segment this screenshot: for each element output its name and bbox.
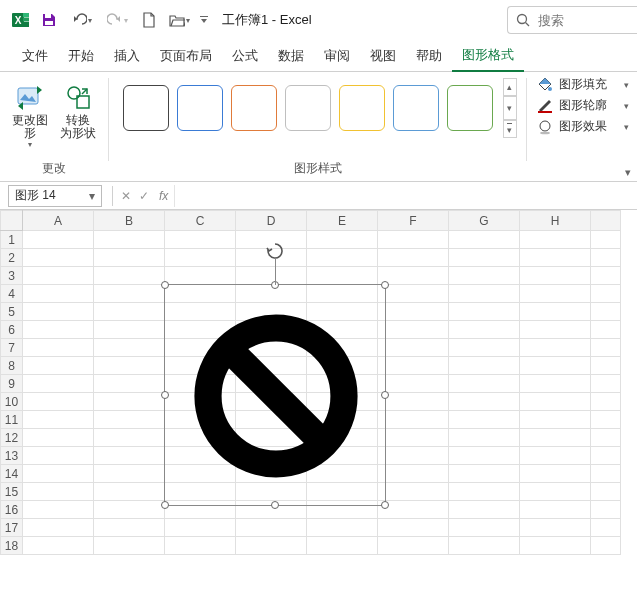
cell[interactable] bbox=[449, 285, 520, 303]
row-header-8[interactable]: 8 bbox=[1, 357, 23, 375]
cell[interactable] bbox=[94, 519, 165, 537]
gallery-down-button[interactable]: ▾ bbox=[503, 96, 517, 120]
cell[interactable] bbox=[591, 447, 621, 465]
row-header-12[interactable]: 12 bbox=[1, 429, 23, 447]
cell[interactable] bbox=[23, 411, 94, 429]
cell[interactable] bbox=[378, 447, 449, 465]
no-symbol-shape[interactable] bbox=[191, 311, 361, 481]
tab-view[interactable]: 视图 bbox=[360, 41, 406, 71]
col-header-H[interactable]: H bbox=[520, 211, 591, 231]
cell[interactable] bbox=[23, 339, 94, 357]
select-all-corner[interactable] bbox=[1, 211, 23, 231]
cell[interactable] bbox=[520, 267, 591, 285]
col-header-E[interactable]: E bbox=[307, 211, 378, 231]
redo-icon[interactable]: ▾ bbox=[100, 7, 134, 33]
cell[interactable] bbox=[94, 375, 165, 393]
resize-handle-se[interactable] bbox=[381, 501, 389, 509]
cell[interactable] bbox=[165, 537, 236, 555]
resize-handle-s[interactable] bbox=[271, 501, 279, 509]
cell[interactable] bbox=[23, 447, 94, 465]
tab-file[interactable]: 文件 bbox=[12, 41, 58, 71]
cell[interactable] bbox=[520, 429, 591, 447]
tab-insert[interactable]: 插入 bbox=[104, 41, 150, 71]
resize-handle-e[interactable] bbox=[381, 391, 389, 399]
cell[interactable] bbox=[94, 231, 165, 249]
cell[interactable] bbox=[520, 501, 591, 519]
cell[interactable] bbox=[378, 321, 449, 339]
cell[interactable] bbox=[94, 339, 165, 357]
cell[interactable] bbox=[165, 249, 236, 267]
cell[interactable] bbox=[520, 357, 591, 375]
cell[interactable] bbox=[449, 321, 520, 339]
cell[interactable] bbox=[520, 465, 591, 483]
formula-input[interactable] bbox=[174, 185, 637, 207]
cell[interactable] bbox=[378, 411, 449, 429]
undo-icon[interactable]: ▾ bbox=[64, 7, 98, 33]
cell[interactable] bbox=[23, 231, 94, 249]
cell[interactable] bbox=[520, 285, 591, 303]
tab-formulas[interactable]: 公式 bbox=[222, 41, 268, 71]
row-header-13[interactable]: 13 bbox=[1, 447, 23, 465]
rotate-handle[interactable] bbox=[265, 241, 285, 261]
row-header-4[interactable]: 4 bbox=[1, 285, 23, 303]
cell[interactable] bbox=[378, 483, 449, 501]
cell[interactable] bbox=[449, 267, 520, 285]
gallery-more-button[interactable]: ▾ bbox=[503, 120, 517, 138]
cell[interactable] bbox=[449, 303, 520, 321]
cell[interactable] bbox=[520, 375, 591, 393]
cell[interactable] bbox=[520, 411, 591, 429]
cell[interactable] bbox=[591, 429, 621, 447]
cell[interactable] bbox=[307, 231, 378, 249]
cell[interactable] bbox=[520, 519, 591, 537]
cell[interactable] bbox=[378, 465, 449, 483]
row-header-14[interactable]: 14 bbox=[1, 465, 23, 483]
cell[interactable] bbox=[94, 465, 165, 483]
search-input[interactable] bbox=[538, 13, 608, 28]
resize-handle-ne[interactable] bbox=[381, 281, 389, 289]
cell[interactable] bbox=[94, 537, 165, 555]
cell[interactable] bbox=[378, 375, 449, 393]
resize-handle-w[interactable] bbox=[161, 391, 169, 399]
cell[interactable] bbox=[449, 231, 520, 249]
gallery-up-button[interactable]: ▴ bbox=[503, 78, 517, 96]
cell[interactable] bbox=[591, 375, 621, 393]
cell[interactable] bbox=[520, 249, 591, 267]
shape-selection[interactable] bbox=[164, 284, 386, 506]
cell[interactable] bbox=[591, 537, 621, 555]
cell[interactable] bbox=[94, 429, 165, 447]
cell[interactable] bbox=[23, 501, 94, 519]
resize-handle-sw[interactable] bbox=[161, 501, 169, 509]
cell[interactable] bbox=[94, 447, 165, 465]
tab-help[interactable]: 帮助 bbox=[406, 41, 452, 71]
row-header-10[interactable]: 10 bbox=[1, 393, 23, 411]
cell[interactable] bbox=[591, 519, 621, 537]
chevron-down-icon[interactable]: ▾ bbox=[89, 189, 95, 203]
fx-label[interactable]: fx bbox=[159, 189, 168, 203]
cell[interactable] bbox=[23, 267, 94, 285]
cell[interactable] bbox=[23, 285, 94, 303]
cell[interactable] bbox=[23, 519, 94, 537]
cell[interactable] bbox=[591, 411, 621, 429]
cell[interactable] bbox=[520, 231, 591, 249]
convert-shape-button[interactable]: 转换 为形状 bbox=[54, 78, 102, 149]
style-swatch-6[interactable] bbox=[447, 85, 493, 131]
cell[interactable] bbox=[449, 537, 520, 555]
tab-data[interactable]: 数据 bbox=[268, 41, 314, 71]
cell[interactable] bbox=[94, 249, 165, 267]
cell[interactable] bbox=[591, 267, 621, 285]
cell[interactable] bbox=[449, 519, 520, 537]
cell[interactable] bbox=[23, 483, 94, 501]
cell[interactable] bbox=[165, 231, 236, 249]
cell[interactable] bbox=[520, 537, 591, 555]
cell[interactable] bbox=[591, 357, 621, 375]
cell[interactable] bbox=[591, 483, 621, 501]
ribbon-collapse-button[interactable]: ▾ bbox=[621, 165, 635, 179]
tab-pagelayout[interactable]: 页面布局 bbox=[150, 41, 222, 71]
cell[interactable] bbox=[94, 321, 165, 339]
cell[interactable] bbox=[378, 231, 449, 249]
cell[interactable] bbox=[236, 519, 307, 537]
style-swatch-4[interactable] bbox=[339, 85, 385, 131]
tab-review[interactable]: 审阅 bbox=[314, 41, 360, 71]
col-header-B[interactable]: B bbox=[94, 211, 165, 231]
cell[interactable] bbox=[94, 285, 165, 303]
